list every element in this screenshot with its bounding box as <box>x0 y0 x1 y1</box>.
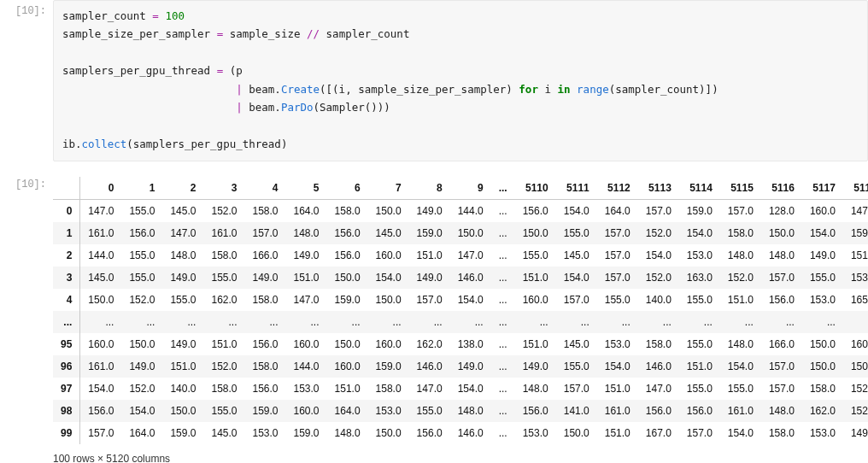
dataframe-col-header: 0 <box>80 177 122 200</box>
dataframe-cell: 155.0 <box>556 222 597 244</box>
dataframe-cell: 157.0 <box>597 267 638 289</box>
dataframe-cell: 147.0 <box>162 222 203 244</box>
dataframe-cell: 151.0 <box>597 378 638 400</box>
dataframe-cell: 150.0 <box>368 289 409 311</box>
dataframe-cell-ellipsis: ... <box>556 311 597 333</box>
dataframe-col-header: 5117 <box>802 177 843 200</box>
dataframe-cell-ellipsis: ... <box>491 222 515 244</box>
dataframe-cell: 161.0 <box>80 355 122 378</box>
dataframe-cell: 155.0 <box>121 267 162 289</box>
table-row: 96161.0149.0151.0152.0158.0144.0160.0159… <box>53 355 868 378</box>
code-token: beam. <box>243 83 281 96</box>
table-row: 98156.0154.0150.0155.0159.0160.0164.0153… <box>53 400 868 422</box>
dataframe-cell-ellipsis: ... <box>121 311 162 333</box>
dataframe-cell: 158.0 <box>203 378 244 400</box>
dataframe-cell: 145.0 <box>203 422 244 444</box>
dataframe-cell: 155.0 <box>203 267 244 289</box>
dataframe-cell-ellipsis: ... <box>327 311 368 333</box>
dataframe-cell: 147.0 <box>638 378 679 400</box>
dataframe-cell-ellipsis: ... <box>802 311 843 333</box>
dataframe-cell: 152.0 <box>638 267 679 289</box>
dataframe-cell: 151.0 <box>515 267 556 289</box>
dataframe-cell: 152.0 <box>843 378 868 400</box>
dataframe-cell: 160.0 <box>802 200 843 223</box>
dataframe-cell: 159.0 <box>843 222 868 244</box>
dataframe-cell-ellipsis: ... <box>679 311 720 333</box>
table-row: 1161.0156.0147.0161.0157.0148.0156.0145.… <box>53 222 868 244</box>
dataframe-cell: 148.0 <box>761 244 802 267</box>
dataframe-cell: 150.0 <box>121 333 162 355</box>
dataframe-cell: 161.0 <box>597 400 638 422</box>
dataframe-cell: 152.0 <box>121 289 162 311</box>
dataframe-cell: 158.0 <box>638 333 679 355</box>
code-token: sampler_count <box>62 9 152 22</box>
dataframe-cell: 155.0 <box>802 267 843 289</box>
code-editor[interactable]: sampler_count = 100 sample_size_per_samp… <box>53 0 868 161</box>
dataframe-cell: 151.0 <box>720 289 761 311</box>
dataframe-cell: 155.0 <box>121 200 162 223</box>
table-row: 0147.0155.0145.0152.0158.0164.0158.0150.… <box>53 200 868 223</box>
dataframe-row-index: 96 <box>53 355 80 378</box>
dataframe-cell-ellipsis: ... <box>491 267 515 289</box>
dataframe-cell: 154.0 <box>802 222 843 244</box>
dataframe-cell: 158.0 <box>244 289 285 311</box>
code-token: ib. <box>62 138 82 150</box>
dataframe-cell: 155.0 <box>121 244 162 267</box>
dataframe-cell: 151.0 <box>515 333 556 355</box>
dataframe-row-index: 97 <box>53 378 80 400</box>
dataframe-cell: 151.0 <box>327 378 368 400</box>
dataframe-cell: 149.0 <box>162 333 203 355</box>
code-token: sampler_count <box>320 27 409 40</box>
dataframe-cell: 154.0 <box>720 422 761 444</box>
dataframe-col-header: 6 <box>327 177 368 200</box>
dataframe-cell: 146.0 <box>450 267 491 289</box>
dataframe-cell: 157.0 <box>409 289 450 311</box>
dataframe-cell-ellipsis: ... <box>244 311 285 333</box>
dataframe-cell: 145.0 <box>556 333 597 355</box>
dataframe-cell: 158.0 <box>368 378 409 400</box>
dataframe-cell: 145.0 <box>80 267 122 289</box>
code-token <box>62 101 236 114</box>
dataframe-cell: 150.0 <box>556 422 597 444</box>
dataframe-cell: 156.0 <box>761 289 802 311</box>
dataframe-cell: 138.0 <box>450 333 491 355</box>
dataframe-cell: 164.0 <box>121 422 162 444</box>
table-row: 95160.0150.0149.0151.0156.0160.0150.0160… <box>53 333 868 355</box>
dataframe-cell: 148.0 <box>286 222 327 244</box>
dataframe-cell: 154.0 <box>720 355 761 378</box>
dataframe-col-ellipsis: ... <box>491 177 515 200</box>
dataframe-cell: 159.0 <box>368 355 409 378</box>
dataframe-cell: 158.0 <box>802 378 843 400</box>
dataframe-cell: 148.0 <box>720 333 761 355</box>
dataframe-cell: 153.0 <box>597 333 638 355</box>
dataframe-cell: 150.0 <box>162 400 203 422</box>
code-token: sample_size_per_sampler <box>62 27 217 40</box>
dataframe-row-index: 99 <box>53 422 80 444</box>
table-row: 2144.0155.0148.0158.0166.0149.0156.0160.… <box>53 244 868 267</box>
dataframe-row-index: 4 <box>53 289 80 311</box>
dataframe-cell: 152.0 <box>121 378 162 400</box>
code-token: | <box>236 101 243 114</box>
dataframe-cell: 156.0 <box>244 333 285 355</box>
dataframe-cell: 152.0 <box>203 355 244 378</box>
dataframe-cell: 157.0 <box>80 422 122 444</box>
dataframe-cell-ellipsis: ... <box>409 311 450 333</box>
dataframe-cell: 141.0 <box>556 400 597 422</box>
dataframe-cell: 147.0 <box>409 378 450 400</box>
dataframe-cell: 160.0 <box>515 289 556 311</box>
dataframe-cell: 154.0 <box>450 378 491 400</box>
dataframe-col-header: 3 <box>203 177 244 200</box>
dataframe-cell: 144.0 <box>450 200 491 223</box>
dataframe-col-header: 4 <box>244 177 285 200</box>
dataframe-cell: 153.0 <box>843 267 868 289</box>
dataframe-col-header: 5112 <box>597 177 638 200</box>
dataframe-col-header: 5116 <box>761 177 802 200</box>
dataframe-corner <box>53 177 80 200</box>
code-cell-body[interactable]: sampler_count = 100 sample_size_per_samp… <box>53 0 868 161</box>
dataframe-cell: 150.0 <box>450 222 491 244</box>
dataframe-cell: 158.0 <box>244 200 285 223</box>
dataframe-cell: 160.0 <box>843 333 868 355</box>
dataframe-cell: 150.0 <box>761 222 802 244</box>
dataframe-cell: 154.0 <box>556 200 597 223</box>
dataframe-col-header: 9 <box>450 177 491 200</box>
